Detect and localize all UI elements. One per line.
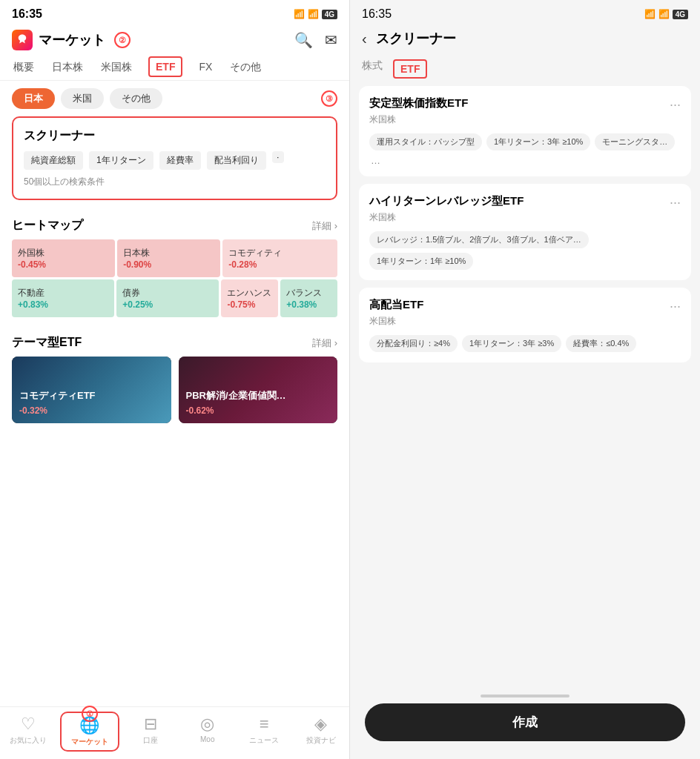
- slc-dots-0[interactable]: ···: [670, 97, 681, 113]
- slc-subtitle-1: 米国株: [369, 211, 681, 224]
- header-icons: 🔍 ✉: [294, 31, 337, 49]
- slc-tag-0-1: 1年リターン：3年 ≥10%: [486, 133, 590, 150]
- right-header: ‹ スクリーナー: [350, 25, 700, 55]
- heatmap-cell-6: バランス +0.38%: [280, 279, 337, 317]
- slc-more-0: …: [371, 155, 380, 166]
- right-header-title: スクリーナー: [376, 30, 456, 47]
- theme-etf-grid: コモディティETF -0.32% PBR解消/企業価値関… -0.62%: [12, 357, 337, 423]
- screener-dot: ·: [272, 151, 284, 163]
- nav-investment[interactable]: ◈ 投資ナビ: [293, 712, 350, 752]
- nav-moo[interactable]: ◎ Moo: [179, 712, 237, 752]
- heatmap-cell-1: 日本株 -0.90%: [117, 239, 220, 277]
- slc-dots-1[interactable]: ···: [670, 195, 681, 211]
- slc-tag-2-1: 1年リターン：3年 ≥3%: [462, 335, 561, 352]
- slc-tag-1-1: 1年リターン：1年 ≥10%: [369, 253, 473, 270]
- header-title: マーケット: [39, 31, 105, 49]
- slc-tag-0-0: 運用スタイル：パッシブ型: [369, 133, 482, 150]
- battery-badge: 4G: [322, 10, 337, 19]
- screener-tag-3: 配当利回り: [207, 151, 266, 170]
- right-battery-badge: 4G: [673, 10, 688, 19]
- screener-list-card-1[interactable]: ハイリターンレバレッジ型ETF ··· 米国株 レバレッジ：1.5倍ブル、2倍ブ…: [359, 184, 691, 280]
- theme-etf-detail-link[interactable]: 詳細 ›: [312, 337, 337, 350]
- left-header: マーケット ② 🔍 ✉: [0, 25, 349, 56]
- nav-market[interactable]: ① 🌐 マーケット: [60, 712, 120, 752]
- tab-other[interactable]: その他: [228, 56, 262, 80]
- theme-card-0-name: コモディティETF: [19, 389, 164, 402]
- heart-icon: ♡: [21, 715, 36, 734]
- filter-japan[interactable]: 日本: [12, 88, 55, 109]
- slc-header-0: 安定型株価指数ETF ···: [369, 96, 681, 113]
- create-btn-area: 作成: [350, 684, 700, 759]
- heatmap-cell-0: 外国株 -0.45%: [12, 239, 115, 277]
- slc-tag-1-0: レバレッジ：1.5倍ブル、2倍ブル、3倍ブル、1倍ベア…: [369, 231, 589, 248]
- nav-moo-label: Moo: [200, 735, 214, 743]
- nav-investment-label: 投資ナビ: [306, 735, 336, 746]
- tab-etf[interactable]: ETF: [148, 56, 182, 77]
- slc-tags-1: レバレッジ：1.5倍ブル、2倍ブル、3倍ブル、1倍ベア… 1年リターン：1年 ≥…: [369, 231, 681, 270]
- slc-title-1: ハイリターンレバレッジ型ETF: [369, 194, 524, 208]
- right-status-icons: 📶 📶 4G: [644, 9, 688, 19]
- nav-market-label: マーケット: [71, 737, 108, 747]
- filter-other[interactable]: その他: [110, 88, 162, 109]
- header-left: マーケット ②: [12, 30, 131, 50]
- search-icon[interactable]: 🔍: [294, 31, 313, 49]
- right-status-bar: 16:35 📶 📶 4G: [350, 0, 700, 25]
- right-tab-etf[interactable]: ETF: [393, 59, 427, 79]
- sub-filter: 日本 米国 その他: [12, 81, 162, 116]
- tab-fx[interactable]: FX: [197, 56, 214, 80]
- heatmap-row1: 外国株 -0.45% 日本株 -0.90% コモディティ -0.28%: [12, 239, 337, 277]
- screener-tag-0: 純資産総額: [24, 151, 83, 170]
- heatmap-detail-link[interactable]: 詳細 ›: [312, 219, 337, 233]
- step-badge-3: ③: [321, 90, 337, 107]
- step-badge-2: ②: [114, 32, 131, 48]
- slc-subtitle-0: 米国株: [369, 113, 681, 126]
- heatmap-cell-4: 債券 +0.25%: [116, 279, 219, 317]
- investment-icon: ◈: [314, 715, 327, 734]
- mail-icon[interactable]: ✉: [325, 31, 337, 49]
- slc-header-2: 高配当ETF ···: [369, 298, 681, 315]
- theme-card-1-val: -0.62%: [186, 405, 331, 416]
- screener-list-card-0[interactable]: 安定型株価指数ETF ··· 米国株 運用スタイル：パッシブ型 1年リターン：3…: [359, 86, 691, 176]
- right-tab-stocks[interactable]: 株式: [362, 59, 383, 79]
- theme-card-1[interactable]: PBR解消/企業価値関… -0.62%: [179, 357, 338, 423]
- screener-list-card-2[interactable]: 高配当ETF ··· 米国株 分配金利回り：≥4% 1年リターン：3年 ≥3% …: [359, 288, 691, 362]
- tab-us[interactable]: 米国株: [99, 56, 133, 80]
- slc-subtitle-2: 米国株: [369, 315, 681, 328]
- slc-tag-2-0: 分配金利回り：≥4%: [369, 335, 458, 352]
- nav-news[interactable]: ≡ ニュース: [236, 712, 293, 752]
- slc-title-2: 高配当ETF: [369, 298, 423, 312]
- left-time: 16:35: [12, 7, 42, 21]
- theme-etf-title: テーマ型ETF: [12, 335, 82, 351]
- heatmap-cell-5: エンハンス -0.75%: [221, 279, 278, 317]
- step-badge-1: ①: [82, 706, 98, 722]
- nav-favorites[interactable]: ♡ お気に入り: [0, 712, 57, 752]
- slc-dots-2[interactable]: ···: [670, 299, 681, 314]
- screener-card[interactable]: スクリーナー 純資産総額 1年リターン 経費率 配当利回り · 50個以上の検索…: [12, 116, 337, 200]
- screener-tag-2: 経費率: [159, 151, 201, 170]
- tab-japan[interactable]: 日本株: [50, 56, 85, 80]
- moo-icon: ◎: [200, 715, 214, 734]
- theme-card-0-content: コモディティETF -0.32%: [12, 357, 171, 423]
- create-button[interactable]: 作成: [365, 703, 685, 741]
- left-status-icons: 📶 📶 4G: [294, 9, 337, 19]
- heatmap-title: ヒートマップ: [12, 218, 83, 233]
- slc-tag-2-2: 経費率：≤0.4%: [566, 335, 636, 352]
- screener-card-title: スクリーナー: [24, 128, 326, 144]
- theme-card-0[interactable]: コモディティETF -0.32%: [12, 357, 171, 423]
- theme-etf-section-header: テーマ型ETF 詳細 ›: [0, 326, 349, 357]
- slc-tags-2: 分配金利回り：≥4% 1年リターン：3年 ≥3% 経費率：≤0.4%: [369, 335, 681, 352]
- theme-card-1-content: PBR解消/企業価値関… -0.62%: [179, 357, 338, 423]
- signal-icon: 📶: [294, 9, 305, 19]
- right-wifi-icon: 📶: [658, 9, 670, 19]
- theme-card-0-val: -0.32%: [19, 405, 164, 416]
- heatmap-section-header: ヒートマップ 詳細 ›: [0, 209, 349, 239]
- back-icon[interactable]: ‹: [362, 30, 367, 47]
- heatmap-row2: 不動産 +0.83% 債券 +0.25% エンハンス -0.75% バランス +…: [12, 279, 337, 317]
- filter-us[interactable]: 米国: [61, 88, 104, 109]
- nav-account[interactable]: ⊟ 口座: [122, 712, 179, 752]
- tab-overview[interactable]: 概要: [12, 56, 36, 80]
- nav-account-label: 口座: [143, 735, 158, 746]
- logo-icon: [12, 30, 33, 50]
- bottom-divider: [481, 695, 569, 697]
- right-signal-icon: 📶: [644, 9, 656, 19]
